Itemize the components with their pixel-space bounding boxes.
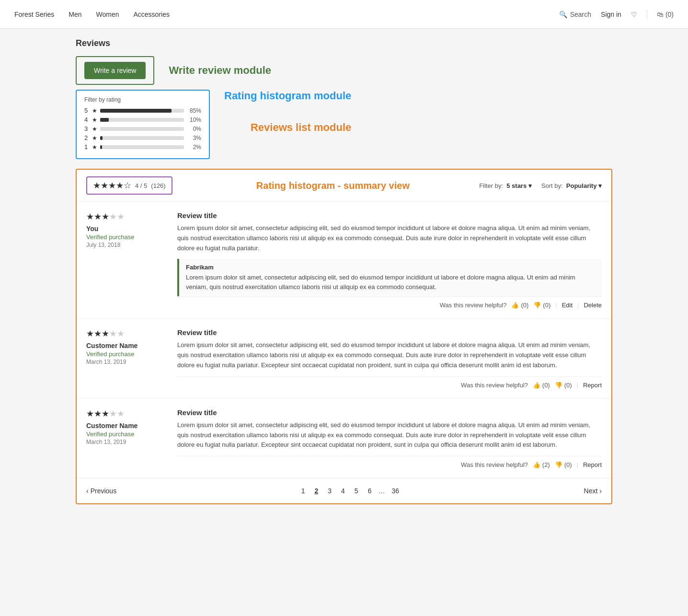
search-icon: 🔍 [559,11,567,18]
review-date: March 13, 2019 [86,359,168,365]
review-card: ★★★★★ Customer Name Verified purchase Ma… [77,399,611,478]
nav-link-men[interactable]: Men [69,11,81,18]
chevron-left-icon: ‹ [86,487,89,495]
star-4: ★ [109,329,117,338]
page-title: Reviews [76,38,612,48]
thumbs-down-count: (0) [543,302,550,309]
thumbs-up-icon: 👍 [533,382,540,389]
report-button[interactable]: Report [583,382,602,389]
nav-links: Forest Series Men Women Accessories [14,11,559,18]
summary-bar: ★★★★☆ 4 / 5 (126) Rating histogram - sum… [77,170,611,202]
review-actions: Was this review helpful? 👍 (2) 👎 (0) |Re… [177,456,602,468]
star-5: ★ [117,212,125,221]
cart-button[interactable]: 🛍 (0) [657,11,674,18]
thumbs-down-group[interactable]: 👎 (0) [555,461,572,468]
sort-value[interactable]: Popularity ▾ [566,182,602,189]
star-4: ★ [109,212,117,221]
star-5: ★ [117,329,125,338]
search-label: Search [570,11,591,18]
review-body: Review title Lorem ipsum dolor sit amet,… [177,328,602,388]
review-title: Review title [177,211,602,220]
filter-value[interactable]: 5 stars ▾ [506,182,532,189]
filter-by-rating-label: Filter by rating [84,96,201,103]
response-author: Fabrikam [186,264,595,271]
star-2: ★ [94,212,102,221]
next-button[interactable]: Next › [584,487,602,495]
page-num-3[interactable]: 3 [325,486,334,496]
edit-button[interactable]: Edit [562,302,573,309]
page-ellipsis: … [378,487,385,495]
hist-star-num: 5 [84,107,89,114]
hist-star-num: 1 [84,143,89,151]
histogram-row[interactable]: 3 ★ 0% [84,125,201,132]
thumbs-down-group[interactable]: 👎 (0) [533,302,550,309]
nav-link-forest-series[interactable]: Forest Series [14,11,54,18]
histogram-row[interactable]: 4 ★ 10% [84,116,201,123]
prev-button[interactable]: ‹ Previous [86,487,116,495]
thumbs-down-count: (0) [564,382,572,389]
thumbs-up-count: (0) [521,302,528,309]
write-review-section: Write a review Write review module [76,56,612,85]
star-icon: ★ [92,144,97,151]
thumbs-down-icon: 👎 [555,461,562,468]
histogram-row[interactable]: 2 ★ 3% [84,134,201,141]
star-3: ★ [102,409,109,418]
histogram-row[interactable]: 1 ★ 2% [84,143,201,151]
write-review-button[interactable]: Write a review [84,62,146,79]
star-icon: ★ [92,126,97,132]
review-actions: Was this review helpful? 👍 (0) 👎 (0) |Ed… [177,296,602,309]
summary-stars: ★★★★☆ [93,180,131,191]
verified-badge: Verified purchase [86,350,168,358]
hist-pct: 0% [187,126,201,132]
star-icon: ★ [92,135,97,141]
helpful-text: Was this review helpful? [440,302,507,309]
sort-by-label: Sort by: Popularity ▾ [541,182,602,189]
thumbs-up-group[interactable]: 👍 (2) [533,461,550,468]
page-num-4[interactable]: 4 [338,486,348,496]
hist-pct: 85% [187,107,201,114]
page-num-36[interactable]: 36 [389,486,402,496]
histogram-row[interactable]: 5 ★ 85% [84,107,201,114]
thumbs-up-group[interactable]: 👍 (0) [511,302,528,309]
hist-bar-fill [100,145,102,149]
delete-button[interactable]: Delete [584,302,602,309]
sep: | [577,461,578,468]
thumbs-up-icon: 👍 [511,302,519,309]
nav-bar: Forest Series Men Women Accessories 🔍 Se… [0,0,688,29]
thumbs-down-group[interactable]: 👎 (0) [555,382,572,389]
thumbs-down-count: (0) [564,461,572,468]
signin-button[interactable]: Sign in [601,11,621,18]
star-icon: ★ [92,107,97,114]
thumbs-up-count: (0) [542,382,550,389]
summary-view-label: Rating histogram - summary view [187,180,480,191]
review-body: Review title Lorem ipsum dolor sit amet,… [177,211,602,309]
review-date: March 13, 2019 [86,439,168,445]
page-num-2[interactable]: 2 [311,486,321,496]
nav-link-women[interactable]: Women [96,11,119,18]
hist-bar-bg [100,145,184,149]
wishlist-icon[interactable]: ♡ [631,11,637,18]
report-button[interactable]: Report [583,461,602,468]
hist-pct: 2% [187,144,201,151]
star-2: ★ [94,409,102,418]
next-label: Next [584,487,598,495]
reviewer-name: Customer Name [86,422,168,430]
reviews-list-module-label: Reviews list module [251,121,351,134]
thumbs-up-group[interactable]: 👍 (0) [533,382,550,389]
star-4: ★ [109,409,117,418]
cart-icon: 🛍 [657,11,664,18]
review-stars: ★★★★★ [86,211,168,222]
summary-fraction: 4 / 5 [135,182,147,189]
chevron-right-icon: › [599,487,602,495]
review-stars: ★★★★★ [86,328,168,339]
page-num-5[interactable]: 5 [352,486,361,496]
star-1: ★ [86,329,94,338]
page-num-6[interactable]: 6 [365,486,375,496]
search-button[interactable]: 🔍 Search [559,11,591,18]
prev-label: Previous [91,487,116,495]
star-5: ★ [117,409,125,418]
nav-link-accessories[interactable]: Accessories [133,11,169,18]
page-num-1[interactable]: 1 [298,486,308,496]
review-text: Lorem ipsum dolor sit amet, consectetur … [177,223,602,253]
sep: | [577,302,579,309]
